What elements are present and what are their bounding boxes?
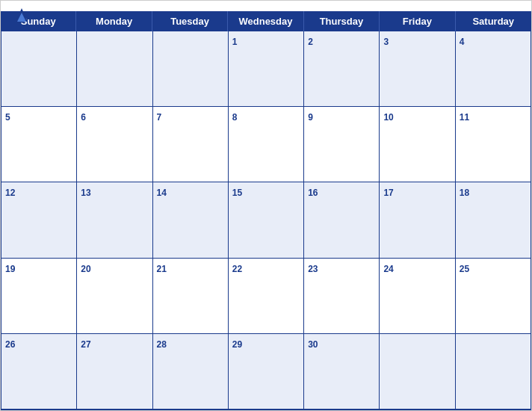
calendar-cell: [153, 31, 229, 107]
calendar-cell: 27: [77, 334, 152, 410]
calendar-cell: 10: [380, 107, 455, 182]
calendar-header: [1, 1, 531, 11]
day-friday: Friday: [380, 11, 455, 31]
calendar-cell: 5: [1, 107, 77, 182]
calendar-grid: 1234567891011121314151617181920212223242…: [1, 31, 531, 410]
calendar-cell: 2: [304, 31, 380, 107]
date-number: 8: [232, 112, 238, 123]
date-number: 2: [308, 37, 313, 47]
date-number: 15: [232, 188, 242, 198]
calendar-cell: 6: [77, 107, 152, 182]
logo-icon: [14, 7, 29, 28]
date-number: 17: [383, 188, 393, 198]
date-number: 5: [5, 112, 10, 123]
calendar-cell: 16: [304, 182, 380, 258]
day-thursday: Thursday: [304, 11, 380, 31]
date-number: 30: [308, 339, 318, 350]
date-number: 10: [383, 112, 393, 123]
calendar-cell: 7: [153, 107, 229, 182]
date-number: 22: [232, 264, 242, 274]
calendar-cell: 30: [304, 334, 380, 410]
calendar-cell: 1: [229, 31, 304, 107]
date-number: 27: [81, 339, 90, 350]
calendar-cell: 14: [153, 182, 229, 258]
date-number: 1: [232, 37, 238, 47]
date-number: 14: [157, 188, 167, 198]
calendar-container: Sunday Monday Tuesday Wednesday Thursday…: [0, 0, 532, 411]
calendar-cell: 22: [229, 259, 304, 334]
date-number: 9: [308, 112, 313, 123]
date-number: 20: [81, 264, 90, 274]
day-tuesday: Tuesday: [152, 11, 228, 31]
day-wednesday: Wednesday: [228, 11, 303, 31]
calendar-cell: 28: [153, 334, 229, 410]
date-number: 24: [383, 264, 393, 274]
calendar-cell: 17: [380, 182, 455, 258]
calendar-cell: 25: [456, 259, 531, 334]
date-number: 19: [5, 264, 15, 274]
date-number: 16: [308, 188, 318, 198]
date-number: 6: [81, 112, 86, 123]
date-number: 25: [460, 264, 469, 274]
calendar-cell: 19: [1, 259, 77, 334]
date-number: 18: [460, 188, 469, 198]
date-number: 12: [5, 188, 15, 198]
day-monday: Monday: [76, 11, 152, 31]
calendar-cell: 26: [1, 334, 77, 410]
calendar-cell: 3: [380, 31, 455, 107]
calendar-cell: 8: [229, 107, 304, 182]
calendar-cell: 18: [456, 182, 531, 258]
calendar-cell: 20: [77, 259, 152, 334]
date-number: 21: [157, 264, 167, 274]
calendar-cell: 21: [153, 259, 229, 334]
logo-area: [13, 7, 29, 28]
calendar-cell: [380, 334, 455, 410]
calendar-cell: 4: [456, 31, 531, 107]
date-number: 23: [308, 264, 318, 274]
calendar-cell: 15: [229, 182, 304, 258]
date-number: 26: [5, 339, 15, 350]
calendar-cell: 29: [229, 334, 304, 410]
date-number: 13: [81, 188, 90, 198]
date-number: 11: [460, 112, 469, 123]
calendar-cell: 9: [304, 107, 380, 182]
calendar-cell: 23: [304, 259, 380, 334]
days-header: Sunday Monday Tuesday Wednesday Thursday…: [1, 11, 531, 31]
calendar-cell: [456, 334, 531, 410]
calendar-cell: [1, 31, 77, 107]
date-number: 7: [157, 112, 162, 123]
date-number: 3: [383, 37, 389, 47]
date-number: 29: [232, 339, 242, 350]
date-number: 4: [460, 37, 465, 47]
date-number: 28: [157, 339, 167, 350]
calendar-cell: 13: [77, 182, 152, 258]
calendar-cell: 24: [380, 259, 455, 334]
day-saturday: Saturday: [456, 11, 531, 31]
calendar-cell: 12: [1, 182, 77, 258]
calendar-cell: [77, 31, 152, 107]
calendar-cell: 11: [456, 107, 531, 182]
